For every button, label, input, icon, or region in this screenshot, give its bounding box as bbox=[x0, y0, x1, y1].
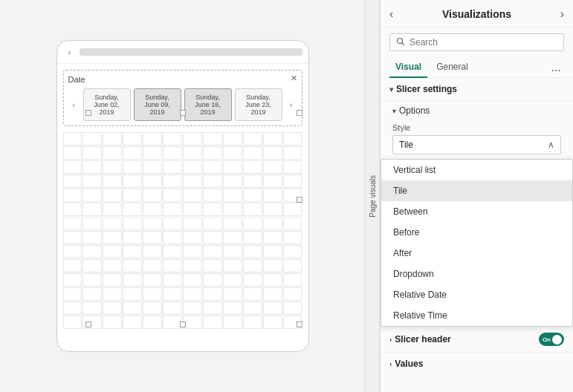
style-dropdown-list: Vertical list Tile Between Before After … bbox=[381, 159, 573, 327]
grid-cell bbox=[82, 174, 102, 188]
search-input[interactable] bbox=[409, 37, 557, 48]
panel-title: Visualizations bbox=[442, 8, 511, 20]
grid-cell bbox=[103, 146, 122, 160]
tab-visual[interactable]: Visual bbox=[389, 57, 427, 78]
grid-cell bbox=[223, 231, 242, 244]
grid-cell bbox=[143, 301, 162, 315]
grid-cell bbox=[243, 231, 262, 244]
date-tile-1[interactable]: Sunday, June 09, 2019 bbox=[134, 88, 181, 121]
grid-cell bbox=[283, 160, 302, 174]
grid-cell bbox=[183, 231, 202, 244]
options-label: Options bbox=[399, 105, 430, 116]
grid-cell bbox=[283, 287, 302, 301]
grid-cell bbox=[143, 231, 162, 244]
grid-cell bbox=[263, 245, 282, 258]
grid-cell bbox=[243, 316, 262, 329]
grid-cell bbox=[223, 132, 242, 146]
grid-cell bbox=[243, 189, 262, 202]
date-next-button[interactable]: › bbox=[285, 99, 297, 111]
resize-handle-tr[interactable] bbox=[297, 110, 302, 116]
resize-handle-right[interactable] bbox=[297, 197, 302, 203]
page-visuals-label: Page visuals bbox=[369, 175, 377, 218]
slicer-header-toggle[interactable]: On bbox=[539, 333, 564, 346]
date-tile-2[interactable]: Sunday, June 16, 2019 bbox=[184, 88, 232, 121]
panel-expand-right-icon[interactable]: › bbox=[560, 7, 564, 21]
grid-cell bbox=[203, 217, 222, 230]
resize-handle-tl[interactable] bbox=[85, 110, 91, 116]
grid-cell bbox=[163, 146, 182, 160]
grid-cell bbox=[123, 160, 142, 174]
date-slicer-close-icon[interactable]: ✕ bbox=[291, 74, 297, 83]
tab-more-button[interactable]: ... bbox=[548, 58, 564, 77]
slicer-header-chevron-icon: › bbox=[389, 336, 392, 344]
grid-cell bbox=[143, 245, 162, 258]
dropdown-item-vertical-list[interactable]: Vertical list bbox=[381, 160, 572, 180]
svg-line-1 bbox=[402, 43, 404, 45]
dropdown-item-dropdown[interactable]: Dropdown bbox=[381, 264, 572, 284]
grid-cell bbox=[283, 245, 302, 258]
options-subsection[interactable]: ▾ Options bbox=[381, 101, 573, 120]
slicer-header-section[interactable]: › Slicer header On bbox=[381, 327, 573, 352]
grid-cell bbox=[82, 217, 102, 230]
date-prev-button[interactable]: ‹ bbox=[68, 99, 80, 111]
grid-cell bbox=[283, 132, 302, 146]
slicer-settings-section[interactable]: ▾ Slicer settings bbox=[381, 78, 573, 101]
grid-cell bbox=[223, 189, 242, 202]
resize-handle-top[interactable] bbox=[180, 110, 186, 116]
page-visuals-tab[interactable]: Page visuals bbox=[365, 0, 380, 392]
grid-cell bbox=[63, 146, 82, 160]
grid-cell bbox=[183, 217, 202, 230]
grid-cell bbox=[123, 316, 142, 329]
resize-handle-bl[interactable] bbox=[85, 321, 91, 327]
phone-content: Date ✕ ‹ Sunday, June 02, 2019 Sunday, J… bbox=[57, 64, 308, 335]
date-tile-1-line3: 2019 bbox=[137, 108, 178, 116]
dropdown-item-relative-date[interactable]: Relative Date bbox=[381, 284, 572, 305]
grid-cell bbox=[183, 273, 202, 287]
grid-cell bbox=[123, 203, 142, 216]
grid-cell bbox=[143, 259, 162, 272]
date-tile-3[interactable]: Sunday, June 23, 2019 bbox=[235, 88, 282, 121]
grid-cell bbox=[243, 217, 262, 230]
grid-cell bbox=[82, 231, 102, 244]
grid-cell bbox=[82, 160, 102, 174]
grid-cell bbox=[103, 301, 122, 315]
grid-cell bbox=[163, 217, 182, 230]
style-dropdown-chevron-icon: ∧ bbox=[548, 140, 554, 150]
grid-cell bbox=[283, 217, 302, 230]
grid-cell bbox=[263, 132, 282, 146]
grid-cell bbox=[263, 174, 282, 188]
grid-cell bbox=[183, 301, 202, 315]
slicer-settings-label: Slicer settings bbox=[396, 84, 457, 94]
phone-nav-left-icon[interactable]: ‹ bbox=[63, 45, 77, 59]
slicer-header-label: Slicer header bbox=[395, 334, 450, 344]
panel-collapse-left-icon[interactable]: ‹ bbox=[389, 7, 393, 21]
grid-cell bbox=[163, 273, 182, 287]
tab-general[interactable]: General bbox=[430, 57, 474, 78]
grid-cell bbox=[123, 217, 142, 230]
dropdown-item-relative-time[interactable]: Relative Time bbox=[381, 305, 572, 326]
grid-cell bbox=[203, 132, 222, 146]
style-dropdown[interactable]: Tile ∧ bbox=[392, 135, 561, 154]
dropdown-item-tile[interactable]: Tile bbox=[381, 180, 572, 201]
grid-cell bbox=[103, 160, 122, 174]
search-box[interactable] bbox=[389, 33, 564, 51]
grid-cell bbox=[203, 160, 222, 174]
style-dropdown-value: Tile bbox=[399, 140, 413, 150]
grid-cell bbox=[203, 259, 222, 272]
dropdown-item-after[interactable]: After bbox=[381, 243, 572, 264]
date-tile-0[interactable]: Sunday, June 02, 2019 bbox=[83, 88, 131, 121]
date-slicer[interactable]: Date ✕ ‹ Sunday, June 02, 2019 Sunday, J… bbox=[63, 70, 302, 126]
grid-cell bbox=[123, 132, 142, 146]
grid-cell bbox=[82, 287, 102, 301]
grid-cell bbox=[263, 316, 282, 329]
resize-handle-br[interactable] bbox=[297, 321, 302, 327]
dropdown-item-before[interactable]: Before bbox=[381, 222, 572, 243]
grid-cell bbox=[243, 287, 262, 301]
grid-cell bbox=[82, 189, 102, 202]
grid-cell bbox=[263, 189, 282, 202]
grid-cell bbox=[223, 217, 242, 230]
values-section[interactable]: › Values bbox=[381, 352, 573, 375]
slicer-settings-chevron-icon: ▾ bbox=[389, 85, 393, 94]
dropdown-item-between[interactable]: Between bbox=[381, 201, 572, 222]
resize-handle-bottom[interactable] bbox=[180, 321, 186, 327]
